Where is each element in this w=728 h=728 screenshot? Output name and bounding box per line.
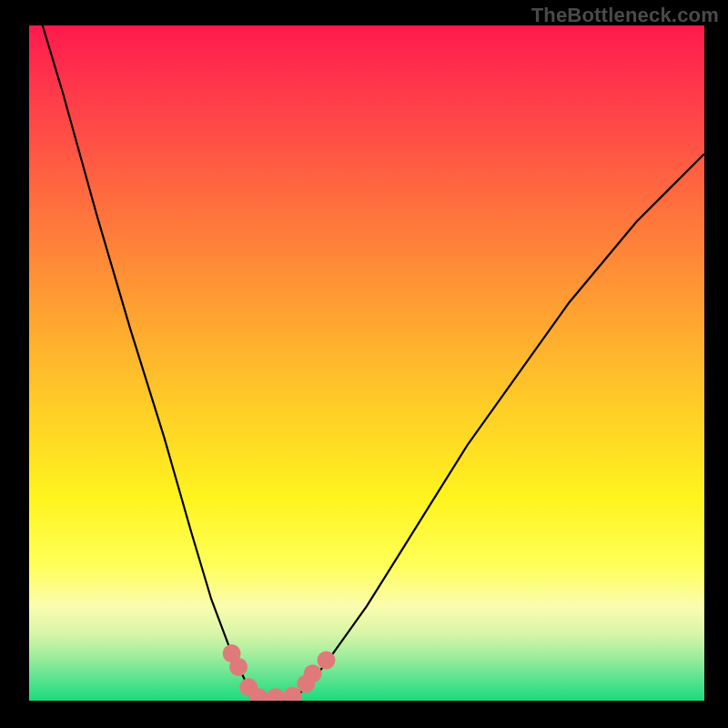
watermark-text: TheBottleneck.com	[531, 4, 719, 27]
bottleneck-curve	[43, 25, 704, 701]
marker-group	[223, 644, 336, 701]
curve-marker	[304, 664, 322, 682]
curve-marker	[267, 688, 285, 701]
chart-frame: TheBottleneck.com	[0, 0, 728, 728]
curve-marker	[318, 652, 336, 670]
curve-layer	[29, 25, 704, 701]
plot-area	[29, 25, 704, 701]
curve-marker	[229, 658, 248, 676]
